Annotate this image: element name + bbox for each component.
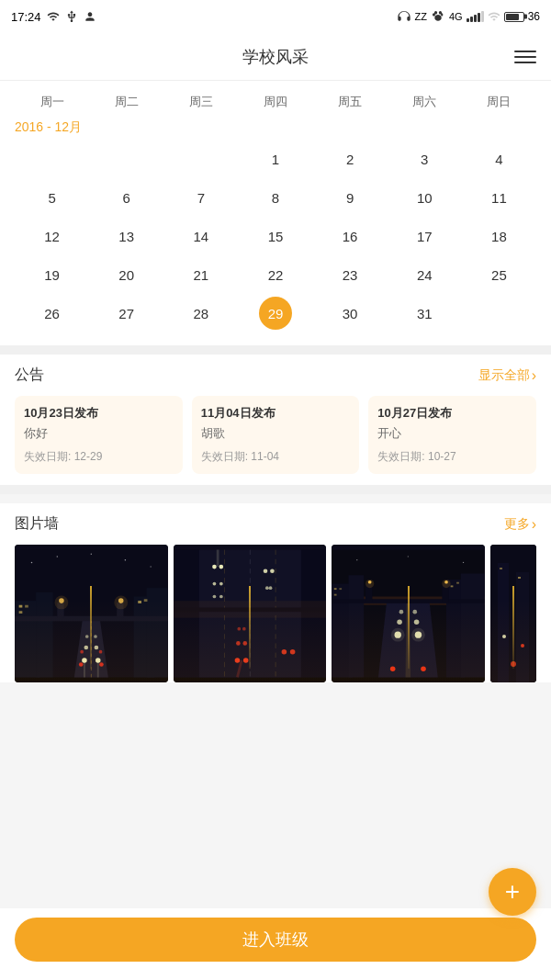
calendar-day-18[interactable]: 18 [462,219,536,253]
svg-point-29 [59,598,64,603]
calendar-day-empty [15,141,89,176]
calendar-day-5[interactable]: 5 [15,180,89,215]
photo-item-1[interactable] [15,545,168,682]
calendar-day-22[interactable]: 22 [238,257,312,292]
photo-more-label: 更多 [504,516,530,533]
svg-point-19 [99,662,104,667]
calendar-day-2[interactable]: 2 [313,141,388,176]
announcement-more-button[interactable]: 显示全部 › [478,367,536,384]
svg-point-54 [263,569,267,573]
highway-svg-3 [332,545,485,682]
calendar-day-7[interactable]: 7 [163,180,238,215]
ann-date-1: 10月23日发布 [24,405,174,422]
svg-point-49 [243,658,249,663]
photo-more-button[interactable]: 更多 › [504,516,536,533]
svg-rect-6 [25,605,28,608]
svg-point-102 [502,635,506,638]
calendar-day-27[interactable]: 27 [89,296,163,331]
calendar-day-24[interactable]: 24 [388,257,462,292]
calendar-day-20[interactable]: 20 [89,257,163,292]
calendar-day-30[interactable]: 30 [313,296,388,331]
svg-rect-7 [19,611,23,614]
calendar-month-label: 2016 - 12月 [15,119,536,136]
app-header: 学校风采 [0,33,551,81]
enter-class-button[interactable]: 进入班级 [15,918,536,962]
svg-point-81 [399,610,404,614]
calendar-day-9[interactable]: 9 [313,180,388,215]
headphone-icon [397,9,411,24]
svg-point-42 [212,565,217,569]
calendar-weekdays: 周一 周二 周三 周四 周五 周六 周日 [15,90,536,114]
photo-item-4[interactable] [490,545,536,682]
svg-point-17 [94,635,97,638]
calendar-day-14[interactable]: 14 [163,219,238,253]
svg-rect-100 [500,568,502,569]
calendar-day-15[interactable]: 15 [238,219,312,253]
weekday-3: 周三 [163,90,238,114]
svg-point-96 [463,562,464,563]
calendar-day-31[interactable]: 31 [388,296,462,331]
photo-section: 图片墙 更多 › [0,503,551,682]
svg-point-44 [212,582,216,586]
calendar-day-13[interactable]: 13 [89,219,163,253]
calendar-day-6[interactable]: 6 [89,180,163,215]
announcement-card-3[interactable]: 10月27日发布 开心 失效日期: 10-27 [368,396,536,474]
calendar-day-28[interactable]: 28 [163,296,238,331]
svg-line-60 [237,660,242,678]
calendar-day-12[interactable]: 12 [15,219,89,253]
calendar-day-8[interactable]: 8 [238,180,312,215]
svg-rect-0 [15,550,168,678]
calendar-day-11[interactable]: 11 [462,180,536,215]
calendar-day-17[interactable]: 17 [388,219,462,253]
ann-name-1: 你好 [24,425,174,442]
calendar-day-19[interactable]: 19 [15,257,89,292]
calendar-grid: 1234567891011121314151617181920212223242… [15,141,536,331]
calendar-day-4[interactable]: 4 [462,141,536,176]
svg-point-32 [57,556,58,557]
svg-rect-24 [15,616,168,622]
svg-rect-3 [134,596,155,677]
announcement-cards: 10月23日发布 你好 失效日期: 12-29 11月04日发布 胡歌 失效日期… [15,396,536,474]
calendar-day-29[interactable]: 29 [259,297,292,330]
fab-button[interactable]: + [489,868,536,916]
calendar-day-26[interactable]: 26 [15,296,89,331]
announcement-card-2[interactable]: 11月04日发布 胡歌 失效日期: 11-04 [192,396,360,474]
svg-rect-63 [174,601,327,618]
svg-point-84 [411,628,425,642]
menu-button[interactable] [514,51,536,63]
bottom-bar: 进入班级 [0,908,551,980]
calendar-day-21[interactable]: 21 [163,257,238,292]
weekday-7: 周日 [462,90,536,114]
calendar-day-10[interactable]: 10 [388,180,462,215]
calendar-day-1[interactable]: 1 [238,141,312,176]
status-zz: ZZ [415,11,427,22]
announcement-card-1[interactable]: 10月23日发布 你好 失效日期: 12-29 [15,396,183,474]
svg-rect-70 [334,588,337,590]
svg-point-51 [242,641,247,646]
calendar-day-23[interactable]: 23 [313,257,388,292]
calendar-day-16[interactable]: 16 [313,219,388,253]
photo-item-3[interactable] [332,545,485,682]
announcement-title: 公告 [15,366,44,385]
svg-rect-97 [490,545,536,682]
svg-marker-10 [74,618,108,678]
svg-rect-62 [174,608,327,613]
paw-icon [431,9,445,24]
calendar-day-3[interactable]: 3 [388,141,462,176]
calendar-day-25[interactable]: 25 [462,257,536,292]
svg-point-27 [55,596,69,610]
status-left: 17:24 [11,10,96,24]
photo-chevron-icon: › [532,516,536,533]
status-right: ZZ 4G 36 [397,9,541,24]
svg-point-95 [408,556,409,557]
weekday-6: 周六 [388,90,462,114]
svg-rect-69 [461,573,485,677]
network-4g: 4G [449,11,463,22]
fab-icon: + [505,877,520,907]
svg-point-50 [236,641,241,646]
svg-point-16 [85,635,89,638]
menu-line-2 [514,56,536,58]
photo-item-2[interactable] [174,545,327,682]
svg-point-78 [415,631,422,637]
svg-point-80 [414,619,420,625]
